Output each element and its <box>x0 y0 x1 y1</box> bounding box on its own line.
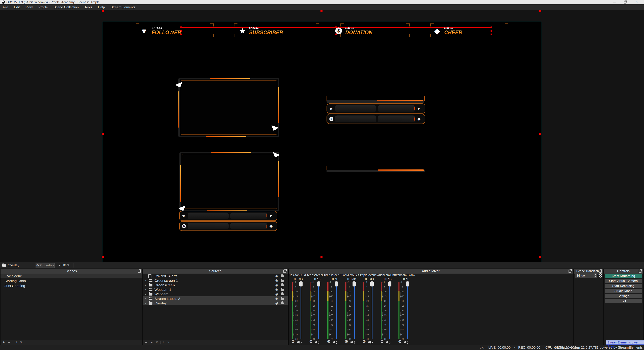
menu-profile[interactable]: Profile <box>36 4 51 10</box>
channel-settings-gear-icon[interactable]: ⚙ <box>398 339 402 344</box>
lock-icon[interactable] <box>281 293 284 295</box>
add-scene-button[interactable]: + <box>2 340 5 345</box>
volume-slider-track[interactable] <box>318 282 319 339</box>
speaker-icon[interactable] <box>368 340 373 344</box>
speaker-icon[interactable] <box>350 340 355 344</box>
source-item-greenscreen[interactable]: ›Greenscreen◉ <box>143 283 288 287</box>
start-streaming-button[interactable]: Start Streaming <box>605 274 642 278</box>
volume-slider-thumb[interactable] <box>406 282 409 287</box>
scene-item-live-scene[interactable]: Live Scene <box>0 274 142 278</box>
source-item-webcam[interactable]: ›Webcam◉ <box>143 292 288 296</box>
speaker-icon[interactable] <box>404 340 408 344</box>
remove-source-button[interactable]: − <box>150 340 152 345</box>
menu-help[interactable]: Help <box>95 4 108 10</box>
speaker-icon[interactable] <box>333 340 338 344</box>
menu-tools[interactable]: Tools <box>82 4 95 10</box>
channel-settings-gear-icon[interactable]: ⚙ <box>327 339 330 344</box>
volume-slider-track[interactable] <box>354 282 355 339</box>
properties-button[interactable]: ⚙Properties <box>36 263 55 268</box>
lock-icon[interactable] <box>281 284 284 286</box>
canvas-resize-handle[interactable] <box>539 10 541 12</box>
move-scene-up-button[interactable]: ∧ <box>15 340 18 345</box>
menu-streamelements[interactable]: StreamElements <box>108 4 138 10</box>
studio-mode-button[interactable]: Studio Mode <box>605 289 642 293</box>
channel-settings-gear-icon[interactable]: ⚙ <box>362 339 366 344</box>
source-item-greenscreen-1[interactable]: ›Greenscreen 1◉ <box>143 278 288 283</box>
start-virtual-camera-button[interactable]: Start Virtual Camera <box>605 279 642 283</box>
visibility-eye-icon[interactable]: ◉ <box>276 301 278 306</box>
lock-icon[interactable] <box>281 302 284 304</box>
meter-tick-label: -35 <box>366 314 372 317</box>
channel-settings-gear-icon[interactable]: ⚙ <box>291 339 295 344</box>
volume-slider-thumb[interactable] <box>352 282 356 287</box>
transition-settings-button[interactable]: ⚙ <box>598 272 603 278</box>
preview-canvas[interactable] <box>103 22 541 268</box>
expand-chevron-icon[interactable]: › <box>145 278 146 283</box>
volume-slider-track[interactable] <box>300 282 301 339</box>
volume-slider-thumb[interactable] <box>299 282 302 287</box>
remove-scene-button[interactable]: − <box>8 340 10 345</box>
dock-popout-icon[interactable] <box>138 270 141 273</box>
expand-chevron-icon[interactable]: › <box>145 296 146 301</box>
canvas-resize-handle[interactable] <box>320 10 322 12</box>
volume-slider-thumb[interactable] <box>388 282 392 287</box>
lock-icon[interactable] <box>281 280 284 282</box>
restore-button[interactable] <box>620 0 629 4</box>
move-source-up-button[interactable]: ∧ <box>162 340 165 345</box>
move-source-down-button[interactable]: ∨ <box>167 340 170 345</box>
volume-slider-thumb[interactable] <box>317 282 320 287</box>
expand-chevron-icon[interactable]: › <box>145 292 146 296</box>
visibility-eye-icon[interactable]: ◉ <box>276 283 278 287</box>
dock-popout-icon[interactable] <box>284 270 286 273</box>
channel-settings-gear-icon[interactable]: ⚙ <box>309 339 313 344</box>
dock-popout-icon[interactable] <box>639 270 642 273</box>
transition-select[interactable]: Stinger <box>575 273 597 278</box>
speaker-icon[interactable] <box>386 340 391 344</box>
scene-item-starting-soon[interactable]: Starting Soon <box>0 278 142 283</box>
lock-icon[interactable] <box>281 298 284 300</box>
visibility-eye-icon[interactable]: ◉ <box>276 296 278 301</box>
volume-slider-track[interactable] <box>336 282 337 339</box>
menu-edit[interactable]: Edit <box>11 4 22 10</box>
source-item-webcam-1[interactable]: ›Webcam 1◉ <box>143 287 288 292</box>
volume-slider-track[interactable] <box>407 282 408 339</box>
source-item-own3d-alerts[interactable]: OWN3D Alerts◉ <box>143 274 288 278</box>
visibility-eye-icon[interactable]: ◉ <box>276 278 278 283</box>
settings-button[interactable]: Settings <box>605 294 642 298</box>
add-source-button[interactable]: + <box>145 340 147 345</box>
start-recording-button[interactable]: Start Recording <box>605 284 642 288</box>
expand-chevron-icon[interactable]: › <box>145 301 146 305</box>
speaker-icon[interactable] <box>297 340 302 344</box>
menu-file[interactable]: File <box>0 4 11 10</box>
visibility-eye-icon[interactable]: ◉ <box>276 287 278 292</box>
lock-icon[interactable] <box>281 289 284 291</box>
filters-button[interactable]: ◑Filters <box>56 263 72 268</box>
move-scene-down-button[interactable]: ∨ <box>20 340 22 345</box>
exit-button[interactable]: Exit <box>605 299 642 303</box>
lock-icon[interactable] <box>281 275 284 277</box>
minimize-button[interactable]: — <box>610 0 618 4</box>
transition-spinner[interactable] <box>594 273 597 278</box>
source-item-stream-labels-2[interactable]: ›Stream Labels 2◉ <box>143 296 288 301</box>
channel-settings-gear-icon[interactable]: ⚙ <box>344 339 348 344</box>
close-button[interactable]: × <box>632 0 641 4</box>
volume-slider-thumb[interactable] <box>335 282 338 287</box>
volume-slider-track[interactable] <box>372 282 372 339</box>
visibility-eye-icon[interactable]: ◉ <box>276 274 278 278</box>
scene-item-just-chatting[interactable]: Just Chatting <box>0 283 142 288</box>
volume-slider-thumb[interactable] <box>370 282 374 287</box>
dock-popout-icon[interactable] <box>568 270 572 273</box>
speaker-icon[interactable] <box>315 340 320 344</box>
menu-scene-collection[interactable]: Scene Collection <box>51 4 82 10</box>
source-item-overlay[interactable]: ›Overlay◉ <box>143 301 288 306</box>
menu-view[interactable]: View <box>23 4 36 10</box>
channel-settings-gear-icon[interactable]: ⚙ <box>380 339 384 344</box>
source-properties-button[interactable]: ⚙ <box>156 340 159 345</box>
visibility-eye-icon[interactable]: ◉ <box>276 292 278 296</box>
canvas-resize-handle[interactable] <box>102 10 104 12</box>
expand-chevron-icon[interactable]: › <box>145 287 146 292</box>
streamelements-support-button[interactable]: StreamElements Live Support <box>606 340 644 345</box>
volume-slider-track[interactable] <box>390 282 390 339</box>
expand-chevron-icon[interactable]: › <box>145 283 146 287</box>
selected-source-label: Overlay <box>8 262 19 269</box>
